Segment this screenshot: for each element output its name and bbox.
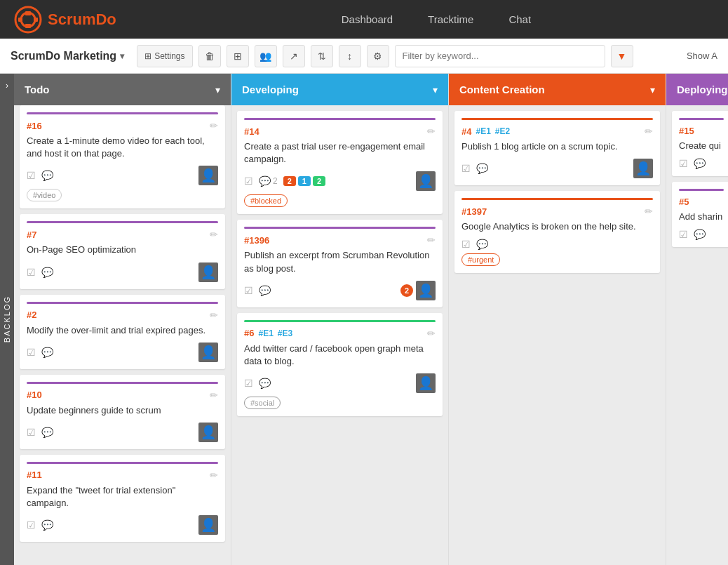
card-check-icon[interactable]: ☑ (679, 229, 688, 240)
card-1396: #1396 ✏ Publish an excerpt from Scrumban… (237, 220, 443, 307)
card-5: #5 Add sharin ☑ 💬 (672, 182, 728, 247)
column-deploying: Deploying #15 Create qui ☑ 💬 (666, 74, 728, 565)
card-actions: ☑ 💬 (461, 239, 488, 250)
card-actions: ☑ 💬 (244, 378, 271, 389)
card-comment-icon[interactable]: 💬 (41, 427, 53, 438)
avatar (198, 343, 218, 362)
card-check-icon[interactable]: ☑ (27, 347, 36, 358)
badge-orange: 2 (283, 176, 296, 186)
filter-icon-button[interactable]: ▼ (611, 45, 633, 67)
card-15: #15 Create qui ☑ 💬 (672, 111, 728, 176)
card-edit-icon[interactable]: ✏ (645, 126, 653, 137)
card-edit-icon[interactable]: ✏ (210, 390, 218, 401)
column-todo-header: Todo ▾ (14, 74, 231, 105)
column-todo-chevron[interactable]: ▾ (215, 84, 220, 95)
backlog-tab[interactable]: › BACKLOG (0, 74, 14, 565)
delete-button[interactable]: 🗑 (198, 45, 221, 67)
card-number-row: #5 (679, 197, 724, 207)
column-todo: Todo ▾ #16 ✏ Create a 1-minute demo vide… (14, 74, 231, 565)
card-comment-icon[interactable]: 💬 (694, 229, 706, 240)
card-check-icon[interactable]: ☑ (244, 285, 253, 296)
card-actions: ☑ 💬 (27, 347, 53, 358)
card-actions: ☑ 💬 (27, 170, 53, 181)
badge-count: 2 (400, 284, 413, 297)
card-edit-icon[interactable]: ✏ (210, 120, 218, 131)
logo-scrum: Scrum (48, 11, 95, 28)
column-content-chevron[interactable]: ▾ (650, 84, 655, 95)
search-input[interactable] (395, 45, 605, 67)
card-footer: ☑ 💬 (27, 343, 218, 362)
card-title: Expand the "tweet for trial extension" c… (27, 484, 218, 510)
card-tag-urgent: #urgent (461, 253, 500, 266)
card-edit-icon[interactable]: ✏ (427, 234, 436, 246)
team-button[interactable]: 👥 (255, 45, 277, 67)
column-content: Content Creation ▾ #4 #E1 #E2 ✏ Publ (449, 74, 666, 565)
card-comment-icon[interactable]: 💬 (41, 267, 53, 278)
card-title: Create a 1-minute demo video for each to… (27, 135, 218, 160)
card-number-row: #2 ✏ (27, 310, 218, 321)
card-comment-icon[interactable]: 💬 (41, 170, 53, 181)
card-title: Publish 1 blog article on a scrum topic. (461, 140, 653, 153)
card-edit-icon[interactable]: ✏ (645, 206, 653, 217)
card-number: #15 (679, 126, 694, 136)
column-developing-chevron[interactable]: ▾ (433, 84, 438, 95)
card-16: #16 ✏ Create a 1-minute demo video for e… (20, 105, 225, 208)
card-edit-icon[interactable]: ✏ (210, 229, 218, 240)
project-dropdown-icon[interactable]: ▾ (120, 51, 124, 61)
filter-sort-button[interactable]: ↕ (339, 45, 361, 67)
card-check-icon[interactable]: ☑ (244, 378, 253, 389)
card-check-icon[interactable]: ☑ (27, 427, 36, 438)
card-check-icon[interactable]: ☑ (461, 239, 471, 250)
card-check-icon[interactable]: ☑ (27, 267, 36, 278)
nav-chat[interactable]: Chat (508, 13, 531, 25)
gear-button[interactable]: ⚙ (367, 45, 389, 67)
card-comment-icon[interactable]: 💬 (41, 519, 53, 531)
sort-button[interactable]: ⇅ (311, 45, 333, 67)
card-actions: ☑ 💬 (27, 519, 53, 531)
comment-count: 2 (273, 176, 278, 186)
card-check-icon[interactable]: ☑ (244, 175, 253, 187)
card-edit-icon[interactable]: ✏ (210, 310, 218, 321)
card-check-icon[interactable]: ☑ (27, 519, 36, 531)
svg-rect-4 (18, 18, 22, 22)
card-accent-bar (679, 189, 724, 191)
grid-view-button[interactable]: ⊞ (227, 45, 249, 67)
avatar (633, 159, 653, 178)
card-comment-icon[interactable]: 💬 (476, 239, 488, 250)
settings-button[interactable]: ⊞ Settings (137, 45, 192, 67)
card-comment-icon[interactable]: 💬 (259, 285, 271, 296)
card-comment-icon[interactable]: 💬 (476, 163, 488, 174)
card-comment-icon[interactable]: 💬 (259, 175, 271, 187)
card-comment-icon[interactable]: 💬 (694, 158, 706, 169)
card-check-icon[interactable]: ☑ (461, 163, 471, 174)
card-footer: ☑ 💬 (461, 159, 653, 178)
columns: Todo ▾ #16 ✏ Create a 1-minute demo vide… (14, 74, 728, 565)
card-2: #2 ✏ Modify the over-limit and trial exp… (20, 295, 225, 369)
card-4: #4 #E1 #E2 ✏ Publish 1 blog article on a… (454, 111, 660, 185)
card-edit-icon[interactable]: ✏ (427, 126, 436, 137)
card-edit-icon[interactable]: ✏ (427, 328, 436, 339)
column-deploying-title: Deploying (677, 84, 728, 95)
card-actions: ☑ 💬 (679, 229, 706, 240)
card-comment-icon[interactable]: 💬 (259, 378, 271, 389)
card-number: #2 (27, 310, 36, 320)
header: ScrumDo Dashboard Tracktime Chat (0, 0, 728, 39)
settings-grid-icon: ⊞ (144, 51, 151, 61)
avatar (416, 373, 436, 393)
card-number-tags-row: #6 #E1 #E3 (244, 328, 292, 338)
card-edit-icon[interactable]: ✏ (210, 470, 218, 481)
card-check-icon[interactable]: ☑ (27, 170, 36, 181)
card-actions: ☑ 💬 2 2 1 2 (244, 175, 325, 187)
column-developing-body: #14 ✏ Create a past trial user re-engage… (231, 105, 448, 565)
card-number-row: #10 ✏ (27, 390, 218, 401)
nav-tracktime[interactable]: Tracktime (428, 13, 473, 25)
card-actions: ☑ 💬 (27, 267, 53, 278)
card-accent-bar (27, 112, 218, 114)
svg-rect-5 (34, 18, 38, 22)
nav-dashboard[interactable]: Dashboard (342, 13, 393, 25)
share-button[interactable]: ↗ (283, 45, 305, 67)
card-comment-icon[interactable]: 💬 (41, 347, 53, 358)
card-accent-bar (27, 462, 218, 464)
card-check-icon[interactable]: ☑ (679, 158, 688, 169)
column-content-title: Content Creation (459, 84, 545, 95)
